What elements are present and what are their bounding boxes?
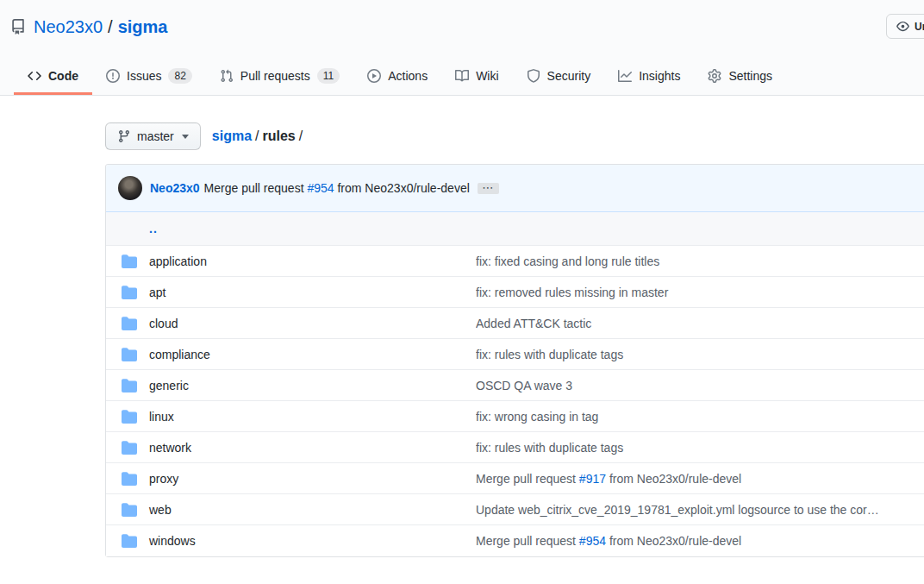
play-circle-icon [367, 69, 381, 83]
branch-select-button[interactable]: master [105, 122, 201, 150]
folder-icon [122, 316, 137, 331]
tab-insights-label: Insights [639, 69, 680, 83]
folder-icon [122, 471, 137, 487]
breadcrumb-separator: / [299, 129, 303, 143]
branch-name: master [137, 129, 174, 143]
tab-settings-label: Settings [728, 69, 772, 83]
tab-security-label: Security [547, 69, 591, 83]
row-pr-link[interactable]: #954 [579, 534, 606, 548]
commit-author-link[interactable]: Neo23x0 [150, 181, 200, 195]
row-commit-message[interactable]: Update web_citrix_cve_2019_19781_exploit… [476, 503, 924, 517]
tab-settings[interactable]: Settings [694, 56, 786, 95]
folder-link[interactable]: windows [149, 534, 196, 548]
tab-security[interactable]: Security [513, 56, 605, 95]
tab-pull-requests-label: Pull requests [240, 69, 310, 83]
tab-actions-label: Actions [388, 69, 428, 83]
folder-icon [122, 440, 137, 455]
folder-icon [122, 378, 137, 393]
eye-icon [896, 20, 909, 33]
file-row: apt fix: removed rules missing in master [106, 277, 924, 308]
gear-icon [708, 69, 721, 83]
repo-nav: Code Issues 82 Pull requests 11 Actions … [14, 56, 786, 95]
file-navigation: master sigma/rules/ [105, 122, 924, 150]
repo-icon [10, 19, 26, 35]
file-row: network fix: rules with duplicate tags [106, 432, 924, 463]
latest-commit-bar: Neo23x0 Merge pull request #954 from Neo… [106, 165, 924, 212]
file-row: cloud Added ATT&CK tactic [106, 308, 924, 339]
repo-owner-link[interactable]: Neo23x0 [34, 15, 103, 39]
folder-link[interactable]: generic [149, 379, 189, 392]
folder-icon [122, 254, 137, 269]
unwatch-button[interactable]: Unwatch [886, 14, 924, 39]
row-commit-message[interactable]: fix: rules with duplicate tags [476, 348, 924, 361]
folder-link[interactable]: application [149, 254, 207, 268]
git-branch-icon [117, 129, 131, 143]
tab-code-label: Code [48, 69, 78, 83]
tab-wiki-label: Wiki [476, 69, 498, 83]
folder-link[interactable]: proxy [149, 472, 178, 486]
commit-author-avatar[interactable] [118, 176, 142, 200]
chevron-down-icon [182, 135, 189, 139]
row-commit-message[interactable]: fix: fixed casing and long rule titles [476, 254, 924, 268]
shield-icon [527, 69, 540, 83]
tab-insights[interactable]: Insights [604, 56, 694, 95]
tab-actions[interactable]: Actions [353, 56, 441, 95]
code-icon [28, 69, 41, 83]
book-icon [455, 69, 469, 83]
file-row: generic OSCD QA wave 3 [106, 370, 924, 401]
issue-opened-icon [106, 69, 120, 83]
row-commit-message[interactable]: Merge pull request #917 from Neo23x0/rul… [476, 472, 924, 486]
file-browser: Neo23x0 Merge pull request #954 from Neo… [105, 164, 924, 557]
row-commit-message[interactable]: fix: rules with duplicate tags [476, 441, 924, 455]
breadcrumb-separator: / [255, 129, 259, 143]
row-commit-message[interactable]: Added ATT&CK tactic [476, 317, 924, 330]
repo-title-separator: / [108, 15, 113, 39]
repo-title: Neo23x0 / sigma [10, 15, 167, 39]
commit-message[interactable]: Merge pull request #954 from Neo23x0/rul… [204, 181, 470, 195]
folder-icon [122, 347, 137, 362]
graph-icon [618, 69, 632, 83]
tab-issues-label: Issues [127, 69, 161, 83]
parent-directory-link[interactable]: .. [149, 222, 158, 235]
repo-name-link[interactable]: sigma [118, 15, 168, 39]
commit-pr-link[interactable]: #954 [307, 181, 334, 195]
file-row: web Update web_citrix_cve_2019_19781_exp… [106, 494, 924, 525]
folder-link[interactable]: web [149, 503, 172, 517]
breadcrumb-current-dir: rules [263, 129, 296, 143]
row-commit-message[interactable]: fix: removed rules missing in master [476, 286, 924, 299]
repo-pagehead: Neo23x0 / sigma Unwatch Code Issues 82 P… [0, 0, 924, 96]
folder-icon [122, 409, 137, 424]
commit-message-expander-button[interactable]: ⋯ [478, 183, 499, 194]
folder-icon [122, 502, 137, 518]
unwatch-button-label: Unwatch [915, 21, 924, 33]
tab-code[interactable]: Code [14, 56, 92, 95]
folder-link[interactable]: apt [149, 286, 165, 299]
folder-icon [122, 285, 137, 300]
parent-directory-row: .. [106, 212, 924, 246]
file-row: compliance fix: rules with duplicate tag… [106, 339, 924, 370]
row-commit-message[interactable]: fix: wrong casing in tag [476, 410, 924, 424]
pull-request-icon [220, 69, 234, 83]
file-row: application fix: fixed casing and long r… [106, 246, 924, 277]
breadcrumb: sigma/rules/ [212, 129, 306, 144]
issues-count-badge: 82 [168, 68, 191, 84]
folder-link[interactable]: network [149, 441, 191, 455]
row-commit-message[interactable]: OSCD QA wave 3 [476, 379, 924, 392]
file-row: proxy Merge pull request #917 from Neo23… [106, 463, 924, 494]
row-commit-message[interactable]: Merge pull request #954 from Neo23x0/rul… [476, 534, 924, 548]
repo-content: master sigma/rules/ Neo23x0 Merge pull r… [105, 122, 924, 557]
file-row: windows Merge pull request #954 from Neo… [106, 525, 924, 556]
tab-wiki[interactable]: Wiki [441, 56, 512, 95]
folder-link[interactable]: linux [149, 410, 174, 424]
row-pr-link[interactable]: #917 [579, 472, 606, 486]
tab-pull-requests[interactable]: Pull requests 11 [206, 56, 353, 95]
file-row: linux fix: wrong casing in tag [106, 401, 924, 432]
tab-issues[interactable]: Issues 82 [92, 56, 206, 95]
pull-requests-count-badge: 11 [317, 68, 340, 84]
folder-link[interactable]: cloud [149, 317, 178, 330]
folder-link[interactable]: compliance [149, 348, 210, 361]
folder-icon [122, 533, 137, 549]
breadcrumb-repo-link[interactable]: sigma [212, 129, 252, 143]
